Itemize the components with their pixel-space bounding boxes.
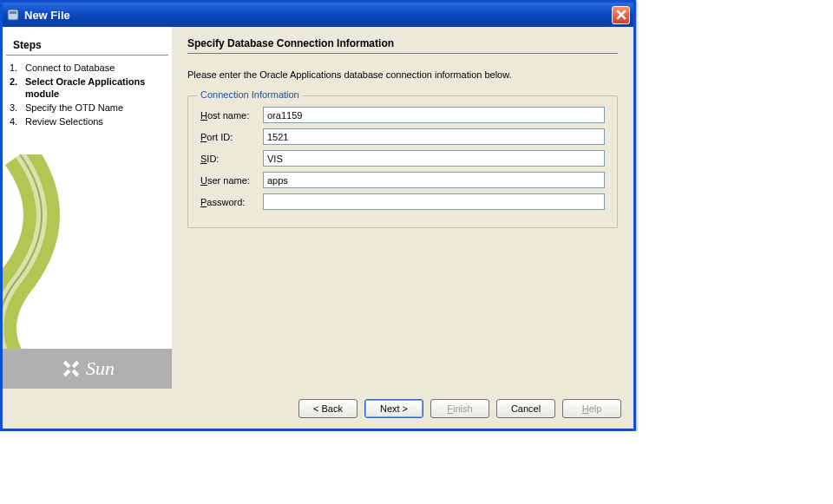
instruction-text: Please enter the Oracle Applications dat… xyxy=(187,69,618,80)
decorative-graphic xyxy=(3,128,172,349)
hostname-label: Host name: xyxy=(200,110,263,121)
step-item: 3. Specify the OTD Name xyxy=(10,101,165,115)
step-item: 2. Select Oracle Applications module xyxy=(10,75,165,101)
svg-rect-4 xyxy=(63,361,70,368)
svg-rect-1 xyxy=(10,11,16,14)
step-item: 4. Review Selections xyxy=(10,115,165,128)
steps-list: 1. Connect to Database 2. Select Oracle … xyxy=(3,61,172,128)
main-panel: Specify Database Connection Information … xyxy=(172,27,633,389)
field-row-port: Port ID: xyxy=(200,128,605,145)
field-row-username: User name: xyxy=(200,172,605,188)
port-input[interactable] xyxy=(263,128,605,145)
finish-button: Finish xyxy=(430,399,489,418)
svg-rect-0 xyxy=(8,10,18,20)
field-row-sid: SID: xyxy=(200,150,605,167)
window-title: New File xyxy=(24,9,612,22)
sid-label: SID: xyxy=(200,154,263,164)
cancel-button[interactable]: Cancel xyxy=(496,399,555,418)
next-button[interactable]: Next > xyxy=(364,399,423,418)
password-input[interactable] xyxy=(263,193,605,210)
password-label: Password: xyxy=(200,197,263,207)
svg-rect-3 xyxy=(63,370,70,376)
content-area: Steps 1. Connect to Database 2. Select O… xyxy=(3,27,633,389)
sun-logo-text: Sun xyxy=(86,357,115,380)
help-button: Help xyxy=(562,399,621,418)
connection-info-fieldset: Connection Information Host name: Port I… xyxy=(187,95,618,228)
sid-input[interactable] xyxy=(263,150,605,167)
close-button[interactable] xyxy=(612,6,630,24)
svg-rect-5 xyxy=(72,370,79,376)
steps-panel: Steps 1. Connect to Database 2. Select O… xyxy=(3,27,172,389)
svg-rect-2 xyxy=(72,361,79,368)
fieldset-legend: Connection Information xyxy=(197,89,303,100)
titlebar: New File xyxy=(3,3,633,27)
field-row-password: Password: xyxy=(200,193,605,210)
port-label: Port ID: xyxy=(200,132,263,142)
username-label: User name: xyxy=(200,175,263,186)
step-item: 1. Connect to Database xyxy=(10,61,165,75)
field-row-hostname: Host name: xyxy=(200,107,605,123)
page-title: Specify Database Connection Information xyxy=(187,37,618,54)
back-button[interactable]: < Back xyxy=(298,399,357,418)
button-bar: < Back Next > Finish Cancel Help xyxy=(3,389,633,429)
steps-header: Steps xyxy=(6,27,168,56)
sun-logo-footer: Sun xyxy=(3,349,172,389)
wizard-window: New File Steps 1. Connect to Database 2.… xyxy=(0,0,636,431)
app-icon xyxy=(6,8,20,22)
username-input[interactable] xyxy=(263,172,605,188)
hostname-input[interactable] xyxy=(263,107,605,123)
